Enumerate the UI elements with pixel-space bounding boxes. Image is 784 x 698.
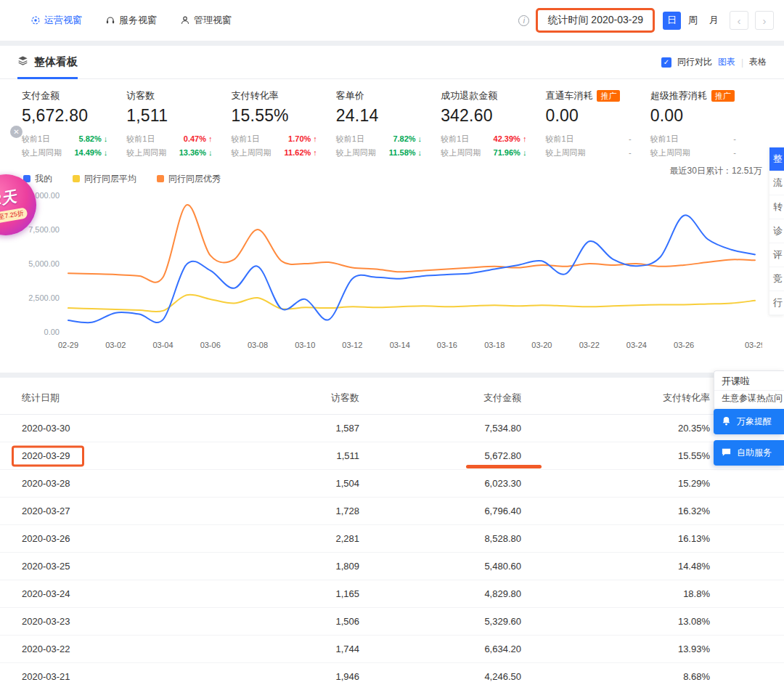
service-button-1[interactable]: 万象提醒 (714, 409, 784, 434)
nav-tab-2[interactable]: 服务视窗 (105, 14, 157, 27)
metric-compare-row: 较上周同期71.96% ↓ (441, 146, 545, 160)
anchor-item-2[interactable]: 流 (769, 171, 784, 195)
period-button-周[interactable]: 周 (684, 12, 702, 30)
anchor-item-1[interactable]: 整 (769, 147, 784, 171)
cell-conversion-rate: 16.32% (521, 498, 784, 525)
compare-value: 11.58% ↓ (389, 146, 422, 160)
chart-view-link[interactable]: 图表 (718, 56, 735, 68)
table-row[interactable]: 2020-03-251,8095,480.6014.48% (0, 553, 784, 580)
table-footer-note: 共10条数据，预览最多显示前10条数据，下载全部数据可以查看更多 (0, 690, 784, 698)
anchor-item-5[interactable]: 评 (769, 243, 784, 267)
period-button-月[interactable]: 月 (705, 12, 723, 30)
legend-item[interactable]: 同行同层优秀 (157, 173, 221, 185)
table-row[interactable]: 2020-03-211,9464,246.508.68% (0, 663, 784, 691)
period-button-日[interactable]: 日 (663, 12, 681, 30)
metric-compare-row: 较上周同期11.58% ↓ (336, 146, 441, 160)
dashboard-header: 整体看板 ✓ 同行对比 图表 | 表格 (0, 46, 784, 79)
service-button-label: 万象提醒 (737, 415, 772, 428)
operations-icon (30, 15, 41, 25)
legend-swatch (157, 175, 164, 182)
cell-payment-amount: 5,480.60 (359, 553, 521, 580)
table-view-link[interactable]: 表格 (749, 56, 767, 68)
metric-card[interactable]: 成功退款金额342.60较前1日42.39% ↑较上周同期71.96% ↓ (441, 89, 545, 161)
nav-tab-3[interactable]: 管理视窗 (180, 14, 232, 27)
course-popup-title: 开课啦 (714, 371, 784, 390)
x-tick-label: 03-04 (152, 341, 173, 349)
cell-payment-amount: 8,528.80 (359, 525, 521, 553)
compare-label: 较上周同期 (545, 146, 585, 160)
cell-payment-amount: 4,829.80 (359, 580, 521, 608)
chat-icon (721, 447, 732, 460)
table-row[interactable]: 2020-03-221,7446,634.2013.93% (0, 636, 784, 663)
cell-conversion-rate: 13.93% (521, 636, 784, 663)
metric-card[interactable]: 直通车消耗推广0.00较前1日-较上周同期- (545, 89, 650, 161)
metric-card[interactable]: 客单价24.14较前1日7.82% ↓较上周同期11.58% ↓ (336, 89, 441, 161)
anchor-item-4[interactable]: 诊 (769, 219, 784, 243)
cell-visitors: 1,165 (225, 580, 359, 608)
stat-time-label[interactable]: 统计时间 2020-03-29 (547, 14, 643, 25)
metric-compare-row: 较前1日7.82% ↓ (336, 132, 441, 146)
table-row[interactable]: 2020-03-262,2818,528.8016.13% (0, 525, 784, 553)
compare-value: - (733, 132, 736, 146)
compare-label: 较前1日 (441, 132, 469, 146)
cell-conversion-rate: 15.29% (521, 470, 784, 498)
y-tick-label: 0.00 (44, 328, 60, 336)
x-tick-label: 03-14 (390, 341, 410, 349)
promotion-badge: 推广 (597, 90, 620, 102)
table-row[interactable]: 2020-03-231,5065,329.6013.08% (0, 608, 784, 636)
legend-label: 我的 (35, 173, 52, 185)
compare-value: 13.36% ↓ (179, 146, 213, 160)
compare-value: - (629, 132, 632, 146)
anchor-item-6[interactable]: 竞 (769, 267, 784, 291)
dashboard-header-controls: ✓ 同行对比 图表 | 表格 (661, 56, 767, 68)
cell-date: 2020-03-28 (0, 470, 225, 498)
info-icon[interactable]: i (518, 15, 529, 26)
metric-card[interactable]: 访客数1,511较前1日0.47% ↑较上周同期13.36% ↓ (126, 89, 231, 161)
peer-compare-checkbox[interactable]: ✓ (661, 57, 671, 68)
cell-visitors: 1,587 (225, 415, 359, 442)
cell-visitors: 1,504 (225, 470, 359, 498)
cell-visitors: 1,744 (225, 636, 359, 663)
table-row[interactable]: 2020-03-281,5046,023.3015.29% (0, 470, 784, 498)
compare-label: 较前1日 (545, 132, 573, 146)
daily-data-table: 统计日期访客数支付金额支付转化率 2020-03-301,5877,534.80… (0, 381, 784, 690)
column-header: 支付金额 (359, 381, 521, 415)
metric-card[interactable]: 支付转化率15.55%较前1日1.70% ↑较上周同期11.62% ↑ (232, 89, 336, 161)
course-notification-popup[interactable]: 开课啦 生意参谋热点问 (714, 370, 784, 410)
nav-tab-1[interactable]: 运营视窗 (30, 14, 82, 27)
stat-time-annotation-box: 统计时间 2020-03-29 (536, 8, 655, 33)
metric-card[interactable]: 超级推荐消耗推广0.00较前1日-较上周同期- (650, 89, 755, 161)
promotion-badge: 推广 (711, 90, 735, 102)
divider: | (741, 57, 743, 68)
table-row[interactable]: 2020-03-271,7286,796.4016.32% (0, 498, 784, 525)
cell-payment-amount: 6,634.20 (359, 636, 521, 663)
metric-card[interactable]: 支付金额5,672.80较前1日5.82% ↓较上周同期14.49% ↓ (22, 89, 126, 161)
table-row[interactable]: 2020-03-291,5115,672.8015.55% (0, 442, 784, 470)
trend-chart-area: 最近30日累计：12.51万 我的同行同层平均同行同层优秀 0.002,500.… (0, 163, 784, 357)
panel-title-wrap[interactable]: 整体看板 (17, 46, 78, 78)
table-row[interactable]: 2020-03-241,1654,829.8018.8% (0, 580, 784, 608)
metric-value: 0.00 (545, 106, 650, 126)
compare-value: 5.82% ↓ (79, 132, 108, 146)
metric-value: 24.14 (336, 106, 441, 126)
metric-compare-row: 较上周同期13.36% ↓ (126, 146, 231, 160)
cell-payment-amount: 6,023.30 (359, 470, 521, 498)
anchor-item-7[interactable]: 行 (769, 291, 784, 315)
anchor-item-3[interactable]: 转 (769, 195, 784, 219)
x-tick-label: 03-08 (248, 341, 268, 349)
promo-float-badge[interactable]: 2天 低至7.25折 (0, 174, 36, 235)
nav-tab-label: 管理视窗 (194, 14, 232, 27)
service-icon (105, 15, 115, 25)
next-arrow-button[interactable]: › (755, 11, 774, 30)
promo-close-icon[interactable]: ✕ (10, 126, 23, 138)
prev-arrow-button[interactable]: ‹ (730, 11, 748, 30)
cell-payment-amount: 6,796.40 (359, 498, 521, 525)
cell-visitors: 2,281 (225, 525, 359, 553)
table-row[interactable]: 2020-03-301,5877,534.8020.35% (0, 415, 784, 442)
legend-item[interactable]: 同行同层平均 (73, 173, 136, 185)
compare-value: 11.62% ↑ (285, 146, 317, 160)
metric-compare-row: 较前1日- (545, 132, 650, 146)
metric-value: 342.60 (441, 106, 545, 126)
service-button-2[interactable]: 自助服务 (714, 440, 784, 466)
metric-label: 直通车消耗 (545, 89, 592, 102)
